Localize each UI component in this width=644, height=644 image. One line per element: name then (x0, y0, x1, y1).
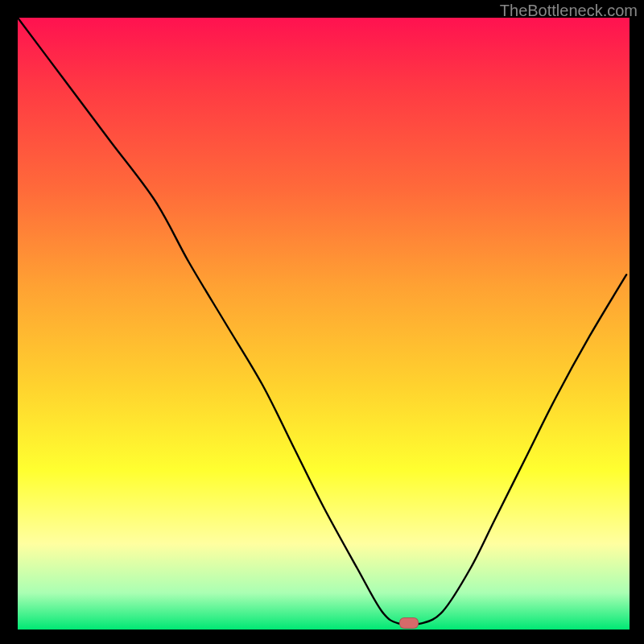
chart-frame: TheBottleneck.com (0, 0, 644, 644)
plot-area (18, 18, 630, 630)
optimal-marker-icon (399, 617, 419, 629)
bottleneck-curve (18, 18, 630, 630)
